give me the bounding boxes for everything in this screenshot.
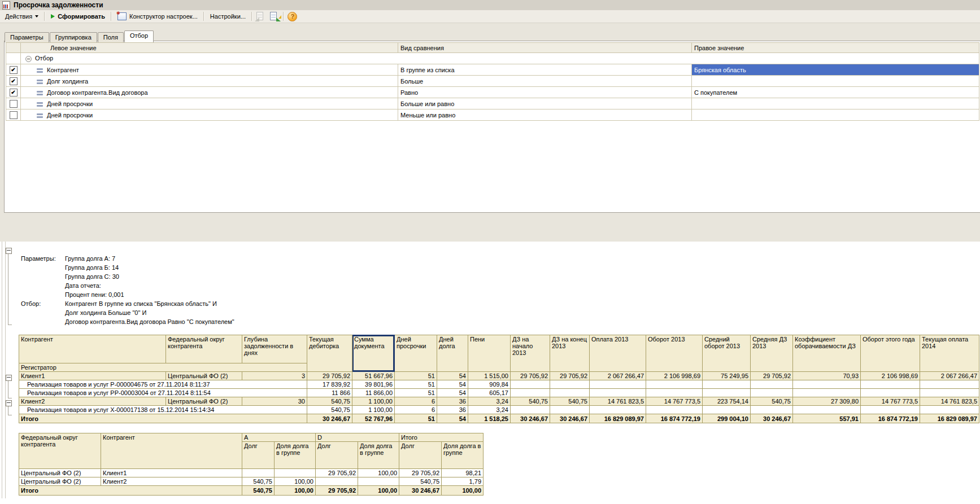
collapse-report-icon[interactable] [6,248,12,254]
value-cell[interactable]: 29 705,92 [550,372,590,380]
value-cell[interactable]: 54 [437,414,468,423]
value-cell[interactable] [793,406,861,414]
tab-parameters[interactable]: Параметры [5,32,49,42]
value-cell[interactable]: 223 754,14 [703,397,751,406]
main-col-header[interactable]: Федеральный округ контрагента [166,335,242,363]
value-cell[interactable]: 909,84 [468,380,511,389]
value-cell[interactable]: 16 829 089,97 [590,414,646,423]
value-cell[interactable]: 14 767 773,5 [646,397,703,406]
main-col-header[interactable]: ДЗ на конец 2013 [550,335,590,372]
collapse-group-icon[interactable] [25,56,32,62]
value-cell[interactable]: 299 004,10 [703,414,751,423]
value-cell[interactable]: 29 705,92 [316,469,358,477]
value-cell[interactable]: 39 801,96 [352,380,395,389]
save-settings-button[interactable] [268,11,281,22]
value-cell[interactable]: 2 067 266,47 [920,372,979,380]
value-cell[interactable] [861,406,920,414]
value-cell[interactable]: 1 515,00 [468,372,511,380]
counterparty-cell[interactable]: Клиент1 [19,372,166,380]
filter-right-value[interactable] [692,76,979,87]
value-cell[interactable]: 3,24 [468,406,511,414]
param-line[interactable]: Группа долга А: 7 [65,255,115,262]
value-cell[interactable]: 30 246,67 [751,414,793,423]
value-cell[interactable] [646,406,703,414]
main-col-header[interactable]: Средний оборот 2013 [703,335,751,372]
value-cell[interactable]: 70,93 [793,372,861,380]
value-cell[interactable]: 51 667,96 [352,372,395,380]
main-col-header[interactable]: Текущая оплата 2014 [920,335,979,372]
main-col-header[interactable]: Пени [468,335,511,372]
document-cell[interactable]: Реализация товаров и услуг Р-000004675 о… [19,380,307,389]
summary-group-header[interactable]: D [316,433,399,442]
filter-comparison[interactable]: Меньше или равно [398,109,692,121]
filter-left-value[interactable]: Контрагент [21,64,398,76]
value-cell[interactable]: 540,75 [242,486,275,496]
main-col-header[interactable]: Глубина задолженности в днях [242,335,307,363]
generate-button[interactable]: Сформировать [47,11,109,22]
value-cell[interactable]: 540,75 [399,477,442,486]
value-cell[interactable]: 1 100,00 [352,406,395,414]
value-cell[interactable] [590,389,646,397]
value-cell[interactable] [590,380,646,389]
value-cell[interactable]: 14 761 823,5 [590,397,646,406]
value-cell[interactable]: 29 705,92 [751,372,793,380]
settings-button[interactable]: Настройки... [206,11,250,22]
filter-line[interactable]: Контрагент В группе из списка "Брянская … [65,300,217,307]
value-cell[interactable]: 17 839,92 [307,380,352,389]
value-cell[interactable]: 3,24 [468,397,511,406]
value-cell[interactable] [358,477,399,486]
value-cell[interactable]: 6 [395,406,437,414]
filter-col-header[interactable]: Вид сравнения [398,43,692,53]
summary-district-header[interactable]: Федеральный округ контрагента [19,433,101,469]
district-cell[interactable]: Центральный ФО (2) [19,477,101,486]
main-col-header[interactable]: Оплата 2013 [590,335,646,372]
summary-sub-header[interactable]: Долг [399,442,442,469]
value-cell[interactable]: 27 309,80 [793,397,861,406]
total-label-cell[interactable]: Итого [19,486,242,496]
tab-fields[interactable]: Поля [98,32,124,42]
counterparty-cell[interactable]: Клиент2 [101,477,242,486]
actions-button[interactable]: Действия [1,11,42,22]
document-cell[interactable]: Реализация товаров и услуг РР-00003004 о… [19,389,307,397]
value-cell[interactable]: 30 246,67 [399,486,442,496]
settings-constructor-button[interactable]: Конструктор настроек... [114,11,202,22]
value-cell[interactable]: 29 705,92 [316,486,358,496]
value-cell[interactable]: 51 [395,372,437,380]
value-cell[interactable]: 14 761 823,5 [920,397,979,406]
value-cell[interactable]: 51 [395,389,437,397]
value-cell[interactable] [511,406,550,414]
main-col-header[interactable]: Оборот этого года [861,335,920,372]
value-cell[interactable]: 98,21 [442,469,484,477]
value-cell[interactable]: 1 518,25 [468,414,511,423]
filter-row-checkbox[interactable]: ✔ [10,89,18,97]
filter-row-checkbox[interactable] [10,111,18,119]
collapse-client1-icon[interactable] [6,375,12,381]
filter-right-value[interactable]: С покупателем [692,87,979,98]
value-cell[interactable]: 605,17 [468,389,511,397]
main-col-header[interactable]: Дней просрочки [395,335,437,372]
filter-row[interactable]: Дней просрочкиМеньше или равно [6,109,979,121]
filter-row[interactable]: ✔Договор контрагента.Вид договораРавноС … [6,87,979,98]
filter-row-checkbox[interactable]: ✔ [10,77,18,85]
value-cell[interactable] [861,380,920,389]
value-cell[interactable]: 540,75 [307,397,352,406]
filter-line[interactable]: Договор контрагента.Вид договора Равно "… [65,318,234,325]
value-cell[interactable] [511,389,550,397]
value-cell[interactable] [550,406,590,414]
filter-row[interactable]: ✔Долг холдингаБольше [6,76,979,87]
filter-left-value[interactable]: Дней просрочки [21,98,398,109]
filter-row-checkbox[interactable]: ✔ [10,66,18,74]
value-cell[interactable]: 2 106 998,69 [646,372,703,380]
summary-sub-header[interactable]: Доля долга в группе [275,442,316,469]
param-line[interactable]: Группа долга С: 30 [65,273,119,280]
depth-cell[interactable]: 3 [242,372,307,380]
value-cell[interactable]: 540,75 [307,406,352,414]
value-cell[interactable]: 30 246,67 [307,414,352,423]
summary-sub-header[interactable]: Долг [242,442,275,469]
value-cell[interactable] [646,380,703,389]
filter-line[interactable]: Долг холдинга Больше "0" И [65,309,146,316]
filter-comparison[interactable]: Больше [398,76,692,87]
value-cell[interactable] [751,389,793,397]
value-cell[interactable] [920,389,979,397]
filter-comparison[interactable]: Равно [398,87,692,98]
